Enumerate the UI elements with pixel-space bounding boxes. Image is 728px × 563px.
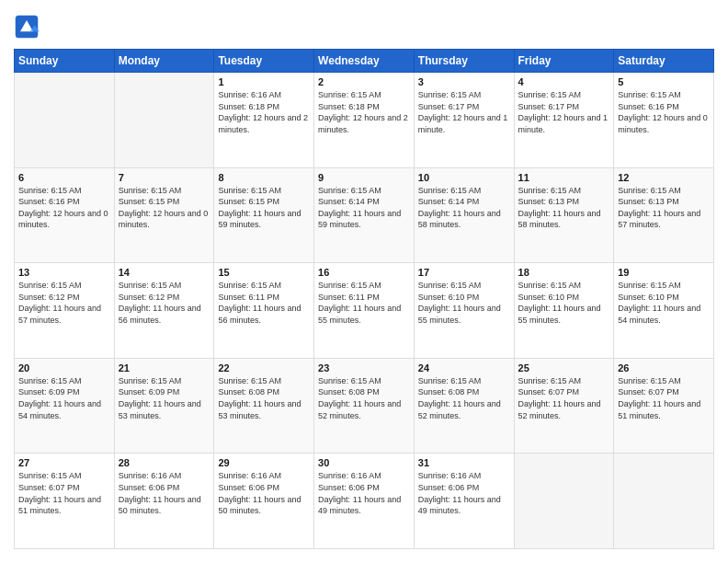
calendar-cell (514, 454, 614, 549)
calendar-cell: 5Sunrise: 6:15 AMSunset: 6:16 PMDaylight… (614, 73, 714, 168)
sunset-text: Sunset: 6:13 PM (618, 196, 710, 208)
daylight-text: Daylight: 11 hours and 56 minutes. (119, 303, 210, 326)
calendar-cell: 1Sunrise: 6:16 AMSunset: 6:18 PMDaylight… (214, 73, 314, 168)
cell-content: Sunrise: 6:15 AMSunset: 6:12 PMDaylight:… (119, 280, 210, 326)
sunrise-text: Sunrise: 6:15 AM (218, 375, 310, 387)
day-number: 6 (18, 172, 110, 183)
day-number: 22 (218, 362, 310, 373)
sunset-text: Sunset: 6:12 PM (18, 292, 110, 304)
day-number: 31 (418, 457, 510, 468)
sunset-text: Sunset: 6:14 PM (418, 196, 510, 208)
daylight-text: Daylight: 11 hours and 49 minutes. (418, 494, 510, 517)
sunrise-text: Sunrise: 6:16 AM (218, 89, 310, 101)
calendar-cell: 19Sunrise: 6:15 AMSunset: 6:10 PMDayligh… (614, 263, 714, 359)
weekday-tuesday: Tuesday (214, 50, 314, 73)
sunset-text: Sunset: 6:08 PM (218, 386, 310, 398)
sunrise-text: Sunrise: 6:16 AM (318, 470, 410, 482)
day-number: 28 (119, 457, 210, 468)
sunrise-text: Sunrise: 6:15 AM (418, 375, 510, 387)
daylight-text: Daylight: 11 hours and 57 minutes. (618, 208, 710, 231)
sunset-text: Sunset: 6:11 PM (218, 292, 310, 304)
sunset-text: Sunset: 6:16 PM (618, 101, 710, 113)
cell-content: Sunrise: 6:16 AMSunset: 6:06 PMDaylight:… (318, 470, 410, 516)
calendar-cell: 2Sunrise: 6:15 AMSunset: 6:18 PMDaylight… (314, 73, 415, 168)
day-number: 19 (618, 267, 710, 278)
cell-content: Sunrise: 6:15 AMSunset: 6:09 PMDaylight:… (18, 375, 110, 421)
cell-content: Sunrise: 6:15 AMSunset: 6:07 PMDaylight:… (18, 470, 110, 516)
logo-icon (14, 14, 40, 40)
daylight-text: Daylight: 11 hours and 51 minutes. (18, 494, 110, 517)
daylight-text: Daylight: 12 hours and 1 minute. (418, 112, 510, 135)
calendar-cell: 24Sunrise: 6:15 AMSunset: 6:08 PMDayligh… (414, 358, 514, 454)
cell-content: Sunrise: 6:16 AMSunset: 6:06 PMDaylight:… (218, 470, 310, 516)
sunrise-text: Sunrise: 6:15 AM (18, 185, 110, 197)
calendar-cell: 15Sunrise: 6:15 AMSunset: 6:11 PMDayligh… (214, 263, 314, 359)
sunrise-text: Sunrise: 6:15 AM (18, 375, 110, 387)
cell-content: Sunrise: 6:15 AMSunset: 6:09 PMDaylight:… (119, 375, 210, 421)
calendar-cell: 11Sunrise: 6:15 AMSunset: 6:13 PMDayligh… (514, 167, 614, 263)
weekday-wednesday: Wednesday (314, 50, 415, 73)
sunrise-text: Sunrise: 6:15 AM (618, 375, 710, 387)
day-number: 17 (418, 267, 510, 278)
calendar-cell: 6Sunrise: 6:15 AMSunset: 6:16 PMDaylight… (15, 167, 115, 263)
cell-content: Sunrise: 6:15 AMSunset: 6:12 PMDaylight:… (18, 280, 110, 326)
calendar-cell (114, 73, 214, 168)
day-number: 9 (318, 172, 410, 183)
page: SundayMondayTuesdayWednesdayThursdayFrid… (0, 0, 728, 563)
cell-content: Sunrise: 6:15 AMSunset: 6:10 PMDaylight:… (518, 280, 610, 326)
day-number: 3 (418, 76, 510, 87)
calendar-cell: 12Sunrise: 6:15 AMSunset: 6:13 PMDayligh… (614, 167, 714, 263)
day-number: 11 (518, 172, 610, 183)
daylight-text: Daylight: 11 hours and 56 minutes. (218, 303, 310, 326)
sunrise-text: Sunrise: 6:15 AM (418, 185, 510, 197)
calendar-cell: 7Sunrise: 6:15 AMSunset: 6:15 PMDaylight… (114, 167, 214, 263)
cell-content: Sunrise: 6:15 AMSunset: 6:18 PMDaylight:… (318, 89, 410, 135)
daylight-text: Daylight: 11 hours and 58 minutes. (418, 208, 510, 231)
daylight-text: Daylight: 11 hours and 59 minutes. (318, 208, 410, 231)
day-number: 10 (418, 172, 510, 183)
cell-content: Sunrise: 6:16 AMSunset: 6:18 PMDaylight:… (218, 89, 310, 135)
sunset-text: Sunset: 6:08 PM (318, 386, 410, 398)
daylight-text: Daylight: 12 hours and 1 minute. (518, 112, 610, 135)
sunrise-text: Sunrise: 6:15 AM (318, 185, 410, 197)
cell-content: Sunrise: 6:15 AMSunset: 6:16 PMDaylight:… (18, 185, 110, 231)
calendar-cell: 3Sunrise: 6:15 AMSunset: 6:17 PMDaylight… (414, 73, 514, 168)
sunrise-text: Sunrise: 6:15 AM (119, 375, 210, 387)
day-number: 8 (218, 172, 310, 183)
calendar-cell: 26Sunrise: 6:15 AMSunset: 6:07 PMDayligh… (614, 358, 714, 454)
sunset-text: Sunset: 6:06 PM (318, 482, 410, 494)
sunrise-text: Sunrise: 6:15 AM (518, 375, 610, 387)
calendar-cell: 29Sunrise: 6:16 AMSunset: 6:06 PMDayligh… (214, 454, 314, 549)
sunrise-text: Sunrise: 6:15 AM (318, 280, 410, 292)
calendar-cell: 17Sunrise: 6:15 AMSunset: 6:10 PMDayligh… (414, 263, 514, 359)
day-number: 4 (518, 76, 610, 87)
sunset-text: Sunset: 6:14 PM (318, 196, 410, 208)
cell-content: Sunrise: 6:15 AMSunset: 6:13 PMDaylight:… (518, 185, 610, 231)
sunset-text: Sunset: 6:10 PM (618, 292, 710, 304)
daylight-text: Daylight: 12 hours and 0 minutes. (119, 208, 210, 231)
daylight-text: Daylight: 11 hours and 50 minutes. (218, 494, 310, 517)
day-number: 29 (218, 457, 310, 468)
daylight-text: Daylight: 11 hours and 57 minutes. (18, 303, 110, 326)
header (14, 14, 714, 40)
sunset-text: Sunset: 6:18 PM (318, 101, 410, 113)
daylight-text: Daylight: 11 hours and 52 minutes. (518, 398, 610, 421)
day-number: 16 (318, 267, 410, 278)
sunset-text: Sunset: 6:17 PM (418, 101, 510, 113)
cell-content: Sunrise: 6:15 AMSunset: 6:17 PMDaylight:… (518, 89, 610, 135)
cell-content: Sunrise: 6:15 AMSunset: 6:08 PMDaylight:… (318, 375, 410, 421)
cell-content: Sunrise: 6:16 AMSunset: 6:06 PMDaylight:… (119, 470, 210, 516)
daylight-text: Daylight: 11 hours and 53 minutes. (218, 398, 310, 421)
calendar-week-3: 13Sunrise: 6:15 AMSunset: 6:12 PMDayligh… (15, 263, 714, 359)
daylight-text: Daylight: 11 hours and 49 minutes. (318, 494, 410, 517)
calendar-week-2: 6Sunrise: 6:15 AMSunset: 6:16 PMDaylight… (15, 167, 714, 263)
sunrise-text: Sunrise: 6:15 AM (119, 185, 210, 197)
sunrise-text: Sunrise: 6:16 AM (218, 470, 310, 482)
daylight-text: Daylight: 11 hours and 53 minutes. (119, 398, 210, 421)
day-number: 2 (318, 76, 410, 87)
sunset-text: Sunset: 6:06 PM (218, 482, 310, 494)
sunrise-text: Sunrise: 6:15 AM (218, 185, 310, 197)
day-number: 20 (18, 362, 110, 373)
daylight-text: Daylight: 11 hours and 55 minutes. (418, 303, 510, 326)
daylight-text: Daylight: 11 hours and 55 minutes. (518, 303, 610, 326)
